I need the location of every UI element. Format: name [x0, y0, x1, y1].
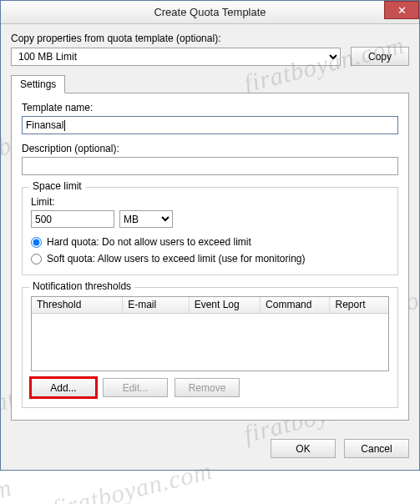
dialog-window: Create Quota Template ✕ Copy properties … [0, 0, 420, 471]
window-title: Create Quota Template [154, 6, 266, 18]
remove-button: Remove [175, 378, 240, 397]
close-button[interactable]: ✕ [384, 1, 419, 19]
client-area: Copy properties from quota template (opt… [1, 24, 419, 431]
space-limit-title: Space limit [29, 180, 85, 192]
col-eventlog[interactable]: Event Log [190, 297, 261, 313]
watermark-text: firatboyan.com [0, 473, 15, 504]
copy-button[interactable]: Copy [351, 47, 409, 66]
cancel-button[interactable]: Cancel [344, 439, 409, 458]
soft-quota-row: Soft quota: Allow users to exceed limit … [31, 253, 389, 265]
description-label: Description (optional): [22, 143, 398, 154]
ok-button[interactable]: OK [271, 439, 336, 458]
copy-template-select[interactable]: 100 MB Limit [11, 48, 341, 66]
col-report[interactable]: Report [330, 297, 388, 313]
copy-template-row: 100 MB Limit Copy [11, 47, 409, 66]
soft-quota-label: Soft quota: Allow users to exceed limit … [47, 253, 305, 265]
limit-label: Limit: [31, 196, 389, 208]
tab-strip: Settings [11, 74, 409, 93]
limit-input[interactable] [31, 210, 114, 228]
hard-quota-radio[interactable] [31, 237, 42, 248]
notification-title: Notification thresholds [29, 280, 134, 292]
soft-quota-radio[interactable] [31, 254, 42, 265]
edit-button: Edit... [103, 378, 168, 397]
tab-settings[interactable]: Settings [11, 75, 65, 93]
dialog-footer: OK Cancel [1, 431, 419, 470]
settings-panel: Template name: Finansal Description (opt… [11, 93, 409, 421]
threshold-table[interactable]: Threshold E-mail Event Log Command Repor… [31, 296, 389, 371]
hard-quota-label: Hard quota: Do not allow users to exceed… [47, 236, 251, 248]
threshold-header: Threshold E-mail Event Log Command Repor… [32, 297, 388, 314]
hard-quota-row: Hard quota: Do not allow users to exceed… [31, 236, 389, 248]
add-button[interactable]: Add... [31, 378, 96, 397]
col-email[interactable]: E-mail [123, 297, 189, 313]
close-icon: ✕ [397, 4, 407, 17]
space-limit-group: Space limit Limit: MB Hard quota: Do not… [22, 187, 398, 275]
col-command[interactable]: Command [261, 297, 330, 313]
copy-template-label: Copy properties from quota template (opt… [11, 33, 409, 44]
template-name-value: Finansal [26, 119, 63, 131]
titlebar: Create Quota Template ✕ [1, 1, 419, 24]
template-name-input[interactable]: Finansal [22, 116, 398, 134]
threshold-buttons: Add... Edit... Remove [31, 378, 389, 397]
template-name-label: Template name: [22, 102, 398, 113]
notification-group: Notification thresholds Threshold E-mail… [22, 287, 398, 408]
description-input[interactable] [22, 157, 398, 175]
limit-unit-select[interactable]: MB [119, 210, 173, 228]
limit-row: MB [31, 210, 389, 228]
col-threshold[interactable]: Threshold [32, 297, 123, 313]
